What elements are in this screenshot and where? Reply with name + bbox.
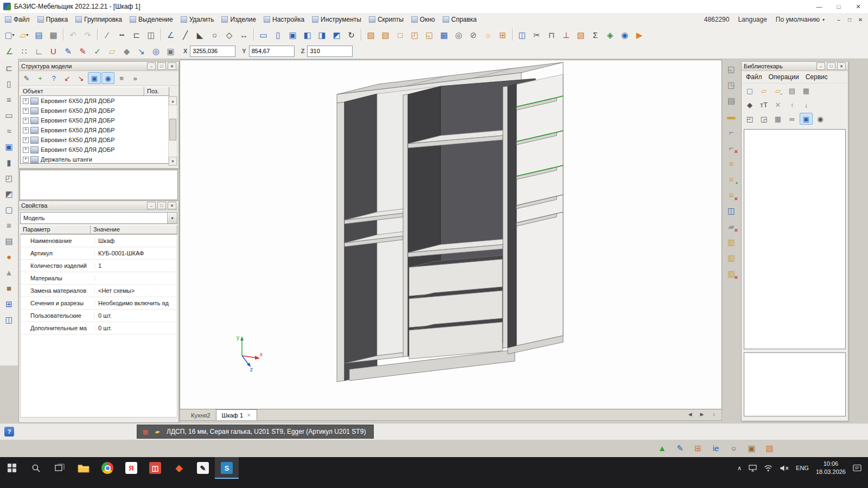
tab-kitchen2[interactable]: Кухня2 bbox=[186, 410, 216, 420]
taskbar-search-button[interactable] bbox=[24, 457, 48, 479]
press-icon[interactable]: ⊓ bbox=[544, 28, 559, 42]
property-row[interactable]: Материалы bbox=[21, 272, 177, 285]
scrollbar-thumb[interactable] bbox=[169, 119, 176, 140]
tree-item[interactable]: +Евровинт 6X50 ДЛЯ ДОБР bbox=[21, 125, 169, 135]
table-icon[interactable]: ▦ bbox=[437, 28, 451, 42]
tools-icon[interactable]: ▨ bbox=[762, 441, 777, 455]
menu-settings[interactable]: Настройка bbox=[260, 14, 308, 25]
tree-item[interactable]: +Евровинт 6X50 ДЛЯ ДОБР bbox=[21, 145, 169, 155]
print-icon[interactable]: ▦ bbox=[46, 28, 61, 42]
property-row[interactable]: АртикулКУБ-0001-ШКАФ bbox=[21, 247, 177, 260]
lib-archive-icon[interactable]: ▦ bbox=[771, 113, 784, 125]
ie-icon[interactable]: ie bbox=[709, 441, 723, 455]
ruler-corner-icon[interactable]: ∟ bbox=[31, 44, 46, 58]
tree-item[interactable]: +Евровинт 6X50 ДЛЯ ДОБР bbox=[21, 135, 169, 145]
structure-panel-header[interactable]: Структура модели –□✕ bbox=[19, 62, 178, 71]
pc-status-icon[interactable] bbox=[749, 465, 757, 472]
property-value[interactable]: КУБ-0001-ШКАФ bbox=[95, 250, 144, 256]
catalog1-icon[interactable]: ▥ bbox=[724, 235, 739, 249]
help-tool-icon[interactable]: ? bbox=[47, 72, 60, 84]
menu-file[interactable]: Файл bbox=[1, 14, 34, 25]
window-close-button[interactable]: ✕ bbox=[848, 0, 868, 13]
dash-line-icon[interactable]: ╍ bbox=[114, 28, 129, 42]
column-header-position[interactable]: Поз. bbox=[144, 87, 169, 96]
tree-item[interactable]: +Евровинт 6X50 ДЛЯ ДОБР bbox=[21, 106, 169, 115]
mdi-restore-button[interactable]: □ bbox=[844, 15, 855, 24]
language-indicator[interactable]: ENG bbox=[796, 465, 809, 471]
column-icon[interactable]: ▮ bbox=[1, 155, 17, 170]
panel-angle-icon[interactable]: ◩ bbox=[329, 28, 344, 42]
start-button[interactable] bbox=[0, 457, 24, 479]
triangle-icon[interactable]: ◣ bbox=[193, 28, 207, 42]
mdi-minimize-button[interactable]: – bbox=[833, 15, 844, 24]
menu-edit[interactable]: Правка bbox=[34, 14, 72, 25]
tab-prev-button[interactable]: ◀ bbox=[685, 409, 695, 419]
property-row[interactable]: НаименованиеШкаф bbox=[21, 235, 177, 247]
sum-icon[interactable]: Σ bbox=[588, 28, 603, 42]
viewport-3d[interactable]: y x z bbox=[180, 60, 722, 409]
cube-open-icon[interactable]: □ bbox=[393, 28, 407, 42]
language-menu[interactable]: Language bbox=[738, 16, 767, 23]
snap-icon[interactable]: ∠ bbox=[2, 44, 17, 58]
panel-maximize-button[interactable]: □ bbox=[157, 62, 166, 70]
tree-item[interactable]: +Евровинт 6X50 ДЛЯ ДОБР bbox=[21, 96, 169, 106]
export-icon[interactable]: ▶ bbox=[632, 28, 647, 42]
panel-back-icon[interactable]: ◧ bbox=[300, 28, 315, 42]
pencil-red-icon[interactable]: ✎ bbox=[75, 44, 90, 58]
lib-new-icon[interactable]: ▢ bbox=[743, 85, 756, 97]
lib-down-icon[interactable]: ↓ bbox=[800, 99, 813, 111]
column-header-parameter[interactable]: Параметр bbox=[20, 225, 91, 234]
taskbar-app-orange[interactable]: ◆ bbox=[167, 457, 191, 479]
view-window-icon[interactable]: ◱ bbox=[724, 62, 739, 76]
block-icon[interactable]: ■ bbox=[1, 281, 17, 296]
lib-open-icon[interactable]: ▱ bbox=[757, 85, 770, 97]
strip-delete-icon[interactable]: ≡✕ bbox=[724, 188, 739, 202]
property-value[interactable]: Необходимо включить яд bbox=[95, 300, 169, 306]
tab-wardrobe1[interactable]: Шкаф 1✕ bbox=[216, 409, 257, 420]
profile-select[interactable]: По умолчанию ▾ bbox=[776, 16, 825, 23]
strip-icon[interactable]: ≡ bbox=[724, 156, 739, 171]
menu-selection[interactable]: Выделение bbox=[126, 14, 177, 25]
model-selector[interactable]: Модель ▾ bbox=[20, 212, 177, 224]
fasteners-icon[interactable]: ◫ bbox=[515, 28, 529, 42]
expand-icon[interactable]: + bbox=[23, 127, 29, 133]
eye-icon[interactable]: ◉ bbox=[617, 28, 632, 42]
menu-delete[interactable]: Удалить bbox=[177, 14, 218, 25]
corner-icon[interactable]: ◰ bbox=[1, 171, 17, 185]
ruler-icon[interactable]: ▱ bbox=[105, 44, 119, 58]
lib-up-icon[interactable]: ↑ bbox=[786, 99, 799, 111]
profile-delete-icon[interactable]: ⌐✕ bbox=[724, 140, 739, 155]
window-minimize-button[interactable]: — bbox=[809, 0, 829, 13]
property-value[interactable]: <Нет схемы> bbox=[95, 287, 135, 294]
lib-rename-icon[interactable]: тТ bbox=[757, 99, 770, 111]
notification-icon[interactable] bbox=[853, 464, 861, 472]
panel-maximize-button[interactable]: □ bbox=[827, 62, 835, 70]
show-model-icon[interactable]: ▣ bbox=[88, 72, 101, 84]
lib-pair-icon[interactable]: ∞ bbox=[786, 113, 799, 125]
column-header-value[interactable]: Значение bbox=[91, 225, 177, 234]
material-sheet-icon[interactable]: ▦ bbox=[141, 427, 150, 436]
property-row[interactable]: Пользовательские0 шт. bbox=[21, 310, 177, 322]
lamp-icon[interactable]: ☼ bbox=[481, 28, 495, 42]
structure-scrollbar[interactable]: ▲ ▼ bbox=[168, 96, 177, 166]
property-value[interactable]: 0 шт. bbox=[95, 325, 112, 331]
lib-menu-operations[interactable]: Операции bbox=[769, 73, 799, 81]
new-icon[interactable]: ▢▾ bbox=[2, 28, 17, 42]
taskbar-app-pen[interactable]: ✎ bbox=[191, 457, 215, 479]
layers-icon[interactable]: ≡ bbox=[1, 92, 17, 107]
lib-eye-icon[interactable]: ◉ bbox=[814, 113, 827, 125]
catalog2-icon[interactable]: ▥ bbox=[724, 251, 739, 265]
lib-window-icon[interactable]: ◰ bbox=[743, 113, 756, 125]
arrow-left-icon[interactable]: ↙ bbox=[61, 72, 74, 84]
cut-icon[interactable]: ✂ bbox=[529, 28, 544, 42]
coord-x-input[interactable] bbox=[190, 46, 235, 57]
scroll-down-icon[interactable]: ▼ bbox=[169, 157, 177, 165]
view-screen-icon[interactable]: ◳ bbox=[724, 78, 739, 92]
help-icon[interactable]: ? bbox=[4, 427, 14, 436]
sphere-icon[interactable]: ● bbox=[1, 249, 17, 264]
column-header-object[interactable]: Объект bbox=[20, 87, 144, 96]
tree-view-icon[interactable]: ≡ bbox=[115, 72, 128, 84]
panel-close-button[interactable]: ✕ bbox=[837, 62, 846, 70]
catalog3-icon[interactable]: ▥✕ bbox=[724, 266, 739, 281]
expand-icon[interactable]: + bbox=[23, 98, 29, 104]
